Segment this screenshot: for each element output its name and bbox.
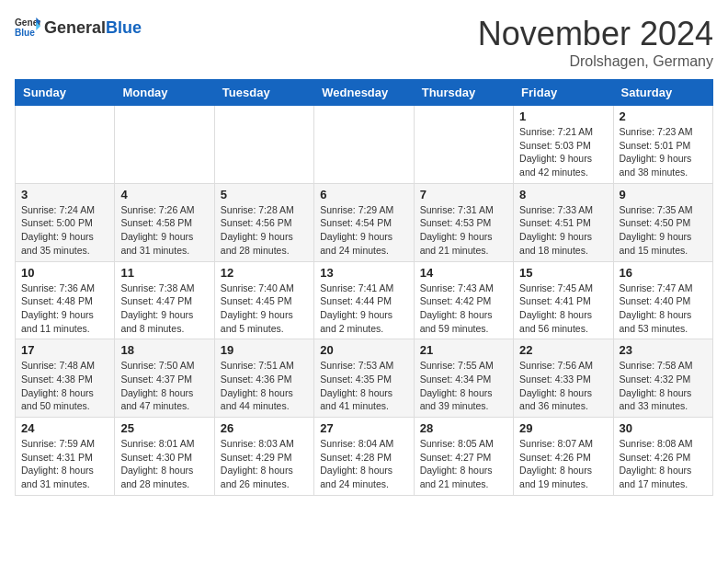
day-info-line: Sunrise: 7:28 AM [221, 204, 294, 215]
logo-general: General [44, 18, 106, 37]
day-info-line: Sunrise: 7:21 AM [519, 126, 593, 137]
day-info-line: Sunset: 4:54 PM [320, 217, 392, 228]
day-info-line: Sunrise: 7:33 AM [519, 204, 593, 215]
day-info: Sunrise: 7:55 AMSunset: 4:34 PMDaylight:… [420, 359, 507, 413]
day-info-line: Daylight: 8 hours and 24 minutes. [320, 465, 392, 489]
day-info-line: Sunset: 4:45 PM [221, 295, 292, 306]
day-info-line: Daylight: 9 hours and 38 minutes. [620, 153, 692, 178]
day-info-line: Sunset: 5:03 PM [519, 140, 591, 151]
day-number: 21 [420, 343, 507, 357]
calendar-cell: 11Sunrise: 7:38 AMSunset: 4:47 PMDayligh… [115, 261, 214, 339]
day-number: 14 [420, 266, 507, 280]
calendar-body: 1Sunrise: 7:21 AMSunset: 5:03 PMDaylight… [16, 106, 713, 496]
day-info-line: Sunrise: 7:43 AM [420, 282, 494, 293]
day-number: 5 [221, 188, 308, 201]
day-info-line: Sunrise: 8:03 AM [221, 438, 294, 449]
day-number: 22 [519, 343, 607, 357]
day-info-line: Sunset: 4:53 PM [420, 217, 492, 228]
day-number: 26 [221, 421, 308, 435]
day-info-line: Daylight: 9 hours and 35 minutes. [21, 231, 94, 256]
day-info-line: Sunrise: 8:04 AM [320, 438, 393, 449]
day-info: Sunrise: 7:24 AMSunset: 5:00 PMDaylight:… [21, 203, 108, 258]
day-info: Sunrise: 8:01 AMSunset: 4:30 PMDaylight:… [120, 437, 208, 491]
calendar-cell: 24Sunrise: 7:59 AMSunset: 4:31 PMDayligh… [16, 418, 115, 496]
calendar-cell: 23Sunrise: 7:58 AMSunset: 4:32 PMDayligh… [613, 339, 712, 418]
title-section: November 2024 Drolshagen, Germany [478, 15, 713, 70]
day-info-line: Daylight: 9 hours and 18 minutes. [519, 231, 592, 256]
day-number: 23 [620, 343, 707, 357]
day-info-line: Sunrise: 7:41 AM [320, 282, 393, 293]
day-info: Sunrise: 7:36 AMSunset: 4:48 PMDaylight:… [21, 282, 108, 336]
month-title: November 2024 [478, 15, 713, 53]
day-info-line: Sunset: 5:01 PM [620, 140, 691, 151]
day-number: 11 [120, 266, 208, 280]
day-info-line: Daylight: 9 hours and 24 minutes. [320, 231, 392, 256]
location: Drolshagen, Germany [478, 53, 713, 70]
day-info-line: Sunrise: 7:23 AM [620, 126, 693, 137]
day-info-line: Sunset: 4:31 PM [21, 452, 93, 463]
day-info-line: Sunrise: 7:36 AM [21, 282, 95, 293]
day-info-line: Sunrise: 7:59 AM [21, 438, 95, 449]
calendar-cell: 12Sunrise: 7:40 AMSunset: 4:45 PMDayligh… [214, 261, 313, 339]
calendar-cell: 28Sunrise: 8:05 AMSunset: 4:27 PMDayligh… [414, 418, 513, 496]
day-info-line: Sunrise: 8:07 AM [519, 438, 593, 449]
day-info: Sunrise: 7:53 AMSunset: 4:35 PMDaylight:… [320, 359, 407, 413]
day-info: Sunrise: 7:29 AMSunset: 4:54 PMDaylight:… [320, 203, 407, 258]
calendar-week-row: 17Sunrise: 7:48 AMSunset: 4:38 PMDayligh… [16, 339, 713, 418]
calendar-cell: 25Sunrise: 8:01 AMSunset: 4:30 PMDayligh… [115, 418, 214, 496]
calendar-cell: 7Sunrise: 7:31 AMSunset: 4:53 PMDaylight… [414, 183, 513, 261]
weekday-header: Friday [514, 80, 613, 106]
day-info-line: Sunrise: 7:56 AM [519, 360, 593, 371]
day-number: 15 [519, 266, 607, 280]
day-info: Sunrise: 7:56 AMSunset: 4:33 PMDaylight:… [519, 359, 607, 413]
weekday-header: Monday [115, 80, 214, 106]
day-info-line: Daylight: 9 hours and 21 minutes. [420, 231, 493, 256]
day-number: 20 [320, 343, 407, 357]
weekday-row: SundayMondayTuesdayWednesdayThursdayFrid… [16, 80, 713, 106]
day-info-line: Daylight: 9 hours and 8 minutes. [120, 309, 193, 334]
calendar-cell: 5Sunrise: 7:28 AMSunset: 4:56 PMDaylight… [214, 183, 313, 261]
calendar-cell [214, 106, 313, 184]
calendar-cell: 20Sunrise: 7:53 AMSunset: 4:35 PMDayligh… [314, 339, 414, 418]
day-info: Sunrise: 7:51 AMSunset: 4:36 PMDaylight:… [221, 359, 308, 413]
day-info-line: Daylight: 8 hours and 47 minutes. [120, 387, 193, 412]
day-info-line: Daylight: 8 hours and 41 minutes. [320, 387, 392, 412]
calendar-cell: 2Sunrise: 7:23 AMSunset: 5:01 PMDaylight… [613, 106, 712, 184]
calendar-cell: 6Sunrise: 7:29 AMSunset: 4:54 PMDaylight… [314, 183, 414, 261]
weekday-header: Thursday [414, 80, 513, 106]
calendar-cell: 21Sunrise: 7:55 AMSunset: 4:34 PMDayligh… [414, 339, 513, 418]
day-info-line: Daylight: 9 hours and 11 minutes. [21, 309, 94, 334]
logo-blue: Blue [106, 18, 142, 37]
calendar-cell: 18Sunrise: 7:50 AMSunset: 4:37 PMDayligh… [115, 339, 214, 418]
day-info: Sunrise: 8:08 AMSunset: 4:26 PMDaylight:… [620, 437, 707, 491]
day-info-line: Sunset: 4:29 PM [221, 452, 292, 463]
day-info-line: Daylight: 8 hours and 31 minutes. [21, 465, 94, 489]
day-info: Sunrise: 7:28 AMSunset: 4:56 PMDaylight:… [221, 203, 308, 258]
day-info-line: Sunrise: 7:24 AM [21, 204, 95, 215]
day-info-line: Daylight: 9 hours and 28 minutes. [221, 231, 293, 256]
logo: General Blue GeneralBlue [15, 15, 142, 40]
calendar-cell: 10Sunrise: 7:36 AMSunset: 4:48 PMDayligh… [16, 261, 115, 339]
day-info-line: Sunset: 4:34 PM [420, 373, 492, 385]
calendar-cell: 30Sunrise: 8:08 AMSunset: 4:26 PMDayligh… [613, 418, 712, 496]
calendar-cell: 1Sunrise: 7:21 AMSunset: 5:03 PMDaylight… [514, 106, 613, 184]
day-info-line: Sunrise: 8:01 AM [120, 438, 194, 449]
day-number: 12 [221, 266, 308, 280]
day-info-line: Sunset: 4:26 PM [519, 452, 591, 463]
calendar-cell: 3Sunrise: 7:24 AMSunset: 5:00 PMDaylight… [16, 183, 115, 261]
day-number: 3 [21, 188, 108, 201]
day-info-line: Sunset: 4:42 PM [420, 295, 492, 306]
day-info-line: Daylight: 9 hours and 42 minutes. [519, 153, 592, 178]
calendar-cell: 27Sunrise: 8:04 AMSunset: 4:28 PMDayligh… [314, 418, 414, 496]
day-info-line: Sunset: 4:51 PM [519, 217, 591, 228]
day-info-line: Sunset: 4:47 PM [120, 295, 192, 306]
weekday-header: Saturday [613, 80, 712, 106]
day-number: 25 [120, 421, 208, 435]
day-info-line: Daylight: 8 hours and 53 minutes. [620, 309, 692, 334]
day-info-line: Daylight: 8 hours and 36 minutes. [519, 387, 592, 412]
day-info-line: Daylight: 8 hours and 33 minutes. [620, 387, 692, 412]
day-info-line: Sunrise: 8:05 AM [420, 438, 494, 449]
day-info-line: Sunset: 4:58 PM [120, 217, 192, 228]
day-info-line: Daylight: 8 hours and 21 minutes. [420, 465, 493, 489]
day-info-line: Sunset: 4:32 PM [620, 373, 691, 385]
